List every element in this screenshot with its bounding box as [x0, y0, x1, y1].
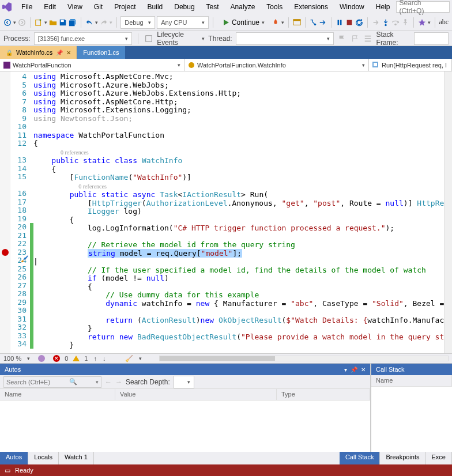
menu-extensions[interactable]: Extensions: [289, 1, 333, 13]
stackframe-combo[interactable]: [414, 32, 449, 45]
callstack-body[interactable]: [371, 387, 452, 452]
breakpoint-margin[interactable]: [0, 71, 10, 353]
col-value[interactable]: Value: [115, 389, 277, 400]
open-icon[interactable]: [49, 17, 57, 28]
warning-count-icon[interactable]: [73, 356, 80, 361]
continue-button[interactable]: Continue ▾: [217, 16, 270, 29]
scrollbar-minimap[interactable]: [444, 71, 452, 353]
platform-combo[interactable]: Any CPU▾: [157, 16, 209, 29]
svg-rect-3: [61, 20, 63, 22]
thread-combo[interactable]: ▾: [236, 32, 334, 45]
stop-icon[interactable]: [345, 17, 353, 28]
menu-file[interactable]: File: [16, 1, 37, 13]
step-into-icon[interactable]: [382, 17, 390, 28]
menu-test[interactable]: Test: [201, 1, 224, 13]
horizontal-scrollbar[interactable]: [159, 356, 449, 361]
method-icon: [372, 62, 379, 69]
callstack-panel: Call Stack Name: [371, 364, 452, 452]
menu-tools[interactable]: Tools: [261, 1, 288, 13]
new-item-icon[interactable]: [35, 17, 43, 28]
nav-member-combo[interactable]: Run(HttpRequest req, I: [369, 59, 452, 71]
next-issue-icon[interactable]: ↓: [103, 355, 106, 362]
show-next-statement-icon[interactable]: [319, 17, 327, 28]
btab-callstack[interactable]: Call Stack: [340, 452, 381, 464]
save-icon[interactable]: [59, 17, 67, 28]
process-label: Process:: [3, 35, 31, 43]
lifecycle-icon[interactable]: [144, 33, 154, 44]
redo-icon: [100, 17, 108, 28]
btab-autos[interactable]: Autos: [0, 452, 28, 464]
zoom-level[interactable]: 100 %: [3, 355, 21, 362]
tab-label: WatchInfo.cs: [16, 49, 52, 56]
show-next-icon: [372, 17, 380, 28]
flag-icon[interactable]: [337, 33, 347, 44]
menu-edit[interactable]: Edit: [39, 1, 61, 13]
btab-watch1[interactable]: Watch 1: [59, 452, 94, 464]
menu-build[interactable]: Build: [142, 1, 168, 13]
step-into-specific-icon[interactable]: [309, 17, 317, 28]
callstack-header[interactable]: Call Stack: [371, 364, 452, 375]
autos-columns: Name Value Type: [0, 389, 370, 401]
panel-dropdown-icon[interactable]: ▾: [344, 367, 347, 373]
nav-back-icon[interactable]: ←: [105, 378, 112, 386]
svg-point-0: [5, 19, 11, 25]
threads-icon[interactable]: [363, 33, 373, 44]
output-icon[interactable]: ▭: [5, 467, 10, 474]
panel-pin-icon[interactable]: 📌: [351, 367, 357, 373]
quick-search-input[interactable]: Search (Ctrl+Q): [396, 1, 450, 13]
editor-status-bar: 100 %▾ ✕0 1 ↑ ↓ 🧹▾: [0, 353, 452, 364]
bottom-panels: Autos ▾ 📌 ✕ Search (Ctrl+E) 🔍▾ ← → Searc…: [0, 364, 452, 452]
menu-help[interactable]: Help: [371, 1, 396, 13]
prev-issue-icon[interactable]: ↑: [93, 355, 97, 362]
menu-project[interactable]: Project: [109, 1, 141, 13]
autos-body[interactable]: [0, 401, 370, 452]
svg-rect-14: [3, 62, 10, 69]
flag-threads-icon[interactable]: [350, 33, 360, 44]
tab-watchinfo[interactable]: 🔒 WatchInfo.cs 📌 ✕: [0, 46, 77, 59]
col-name[interactable]: Name: [0, 389, 115, 400]
tab-function1[interactable]: Function1.cs: [77, 46, 125, 59]
btab-locals[interactable]: Locals: [28, 452, 59, 464]
restart-icon[interactable]: [355, 17, 363, 28]
breakpoint-icon[interactable]: [2, 249, 9, 256]
save-all-icon[interactable]: [69, 17, 77, 28]
btab-breakpoints[interactable]: Breakpoints: [380, 452, 425, 464]
col-name[interactable]: Name: [371, 375, 452, 386]
error-count-icon[interactable]: ✕: [53, 355, 60, 362]
col-type[interactable]: Type: [277, 389, 370, 400]
cleanup-icon[interactable]: 🧹: [125, 355, 133, 362]
code-editor[interactable]: 456789101112 131415 16171819202122232425…: [0, 71, 452, 353]
autos-panel: Autos ▾ 📌 ✕ Search (Ctrl+E) 🔍▾ ← → Searc…: [0, 364, 371, 452]
lightbulb-icon[interactable]: 🖌️: [21, 255, 29, 263]
menu-debug[interactable]: Debug: [169, 1, 199, 13]
intellicode-icon[interactable]: [418, 17, 426, 28]
autos-header[interactable]: Autos ▾ 📌 ✕: [0, 364, 370, 375]
pin-icon[interactable]: 📌: [56, 50, 63, 56]
menu-git[interactable]: Git: [89, 1, 108, 13]
close-icon[interactable]: ✕: [66, 50, 71, 56]
nav-class-combo[interactable]: WatchPortalFunction.WatchInfo▾: [184, 59, 369, 71]
undo-icon[interactable]: [85, 17, 93, 28]
svg-rect-8: [340, 20, 342, 25]
process-combo[interactable]: [31356] func.exe▾: [34, 32, 132, 45]
search-depth-combo[interactable]: ▾: [174, 376, 194, 388]
menu-view[interactable]: View: [62, 1, 88, 13]
health-icon[interactable]: [36, 353, 47, 364]
thread-label: Thread:: [208, 35, 232, 43]
toolwindow-icon[interactable]: [293, 17, 301, 28]
pause-icon[interactable]: [336, 17, 344, 28]
bottom-tab-strip: Autos Locals Watch 1 Call Stack Breakpoi…: [0, 452, 452, 464]
nav-project-combo[interactable]: WatchPortalFunction▾: [0, 59, 184, 71]
nav-fwd-icon[interactable]: →: [115, 378, 122, 386]
config-combo[interactable]: Debug▾: [120, 16, 155, 29]
text-format-icon[interactable]: abc: [439, 17, 449, 28]
code-area[interactable]: using Microsoft.AspNetCore.Mvc;using Mic…: [33, 71, 444, 353]
menu-window[interactable]: Window: [334, 1, 370, 13]
svg-rect-9: [347, 20, 352, 25]
hot-reload-icon[interactable]: [272, 17, 280, 28]
back-icon[interactable]: [3, 17, 12, 28]
btab-exception[interactable]: Exce: [426, 452, 452, 464]
autos-search-input[interactable]: Search (Ctrl+E) 🔍▾: [3, 376, 101, 388]
panel-close-icon[interactable]: ✕: [361, 367, 366, 373]
menu-analyze[interactable]: Analyze: [225, 1, 261, 13]
